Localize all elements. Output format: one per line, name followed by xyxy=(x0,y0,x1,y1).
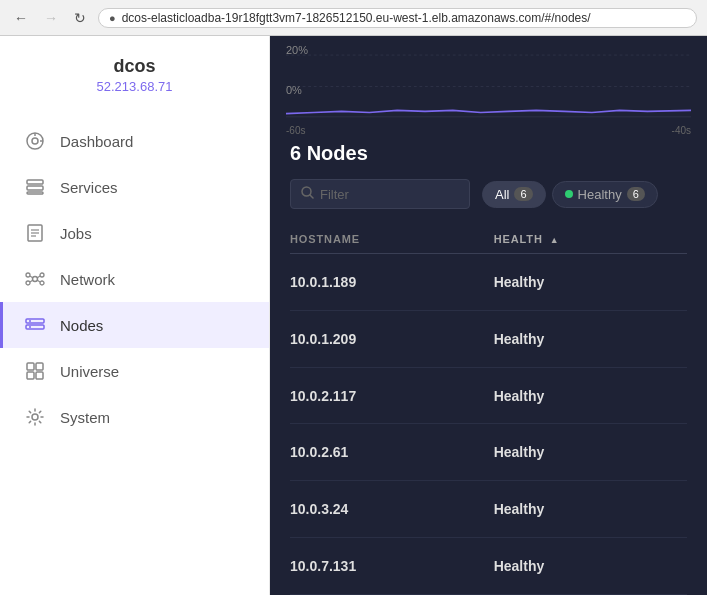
sidebar-nav: Dashboard Services xyxy=(0,118,269,440)
cell-health-5: Healthy xyxy=(494,538,687,595)
sidebar-item-dashboard-label: Dashboard xyxy=(60,133,133,150)
back-button[interactable]: ← xyxy=(10,8,32,28)
svg-point-1 xyxy=(32,138,38,144)
table-row[interactable]: 10.0.3.24 Healthy xyxy=(290,481,687,538)
tab-healthy[interactable]: Healthy 6 xyxy=(552,181,658,208)
app-layout: dcos 52.213.68.71 Dashboard xyxy=(0,36,707,595)
svg-line-19 xyxy=(37,280,40,282)
chart-area: 20% 0% -60s -40s xyxy=(270,36,707,126)
cell-health-1: Healthy xyxy=(494,310,687,367)
sidebar: dcos 52.213.68.71 Dashboard xyxy=(0,36,270,595)
svg-line-16 xyxy=(30,276,33,278)
svg-line-18 xyxy=(30,280,33,282)
svg-rect-27 xyxy=(36,372,43,379)
svg-point-13 xyxy=(40,273,44,277)
col-hostname: HOSTNAME xyxy=(290,225,494,254)
cell-health-3: Healthy xyxy=(494,424,687,481)
filter-input-wrap[interactable] xyxy=(290,179,470,209)
svg-rect-6 xyxy=(27,192,43,194)
cell-hostname-5: 10.0.7.131 xyxy=(290,538,494,595)
tab-healthy-badge: 6 xyxy=(627,187,645,201)
dashboard-icon xyxy=(24,130,46,152)
universe-icon xyxy=(24,360,46,382)
tab-all[interactable]: All 6 xyxy=(482,181,546,208)
sidebar-item-nodes[interactable]: Nodes xyxy=(0,302,269,348)
chart-label-20: 20% xyxy=(286,44,308,56)
cell-hostname-1: 10.0.1.209 xyxy=(290,310,494,367)
healthy-dot xyxy=(565,190,573,198)
svg-point-11 xyxy=(33,277,38,282)
svg-line-33 xyxy=(310,195,313,198)
svg-point-12 xyxy=(26,273,30,277)
tab-all-label: All xyxy=(495,187,509,202)
system-icon xyxy=(24,406,46,428)
reload-button[interactable]: ↻ xyxy=(70,8,90,28)
browser-chrome: ← → ↻ ● dcos-elasticloadba-19r18fgtt3vm7… xyxy=(0,0,707,36)
jobs-icon xyxy=(24,222,46,244)
sort-arrow: ▲ xyxy=(550,235,560,245)
sidebar-item-network[interactable]: Network xyxy=(0,256,269,302)
tab-healthy-label: Healthy xyxy=(578,187,622,202)
svg-rect-25 xyxy=(36,363,43,370)
svg-rect-21 xyxy=(26,325,44,329)
svg-point-28 xyxy=(32,414,38,420)
nodes-icon xyxy=(24,314,46,336)
svg-rect-24 xyxy=(27,363,34,370)
chart-label-0: 0% xyxy=(286,84,302,96)
sidebar-item-system-label: System xyxy=(60,409,110,426)
cell-hostname-3: 10.0.2.61 xyxy=(290,424,494,481)
svg-line-17 xyxy=(37,276,40,278)
svg-rect-20 xyxy=(26,319,44,323)
chart-x-label-60: -60s xyxy=(286,125,305,136)
table-row[interactable]: 10.0.7.131 Healthy xyxy=(290,538,687,595)
sidebar-item-dashboard[interactable]: Dashboard xyxy=(0,118,269,164)
lock-icon: ● xyxy=(109,12,116,24)
sidebar-subtitle: 52.213.68.71 xyxy=(20,79,249,94)
chart-xaxis: -60s -40s xyxy=(286,125,691,136)
cell-hostname-0: 10.0.1.189 xyxy=(290,254,494,311)
nodes-section: 6 Nodes All 6 xyxy=(270,126,707,595)
main-content: 20% 0% -60s -40s 6 Nodes xyxy=(270,36,707,595)
search-icon xyxy=(301,185,314,203)
table-row[interactable]: 10.0.2.117 Healthy xyxy=(290,367,687,424)
sidebar-item-jobs-label: Jobs xyxy=(60,225,92,242)
chart-x-label-40: -40s xyxy=(672,125,691,136)
cell-health-4: Healthy xyxy=(494,481,687,538)
sidebar-header: dcos 52.213.68.71 xyxy=(0,56,269,118)
sidebar-item-nodes-label: Nodes xyxy=(60,317,103,334)
svg-rect-4 xyxy=(27,180,43,184)
table-body: 10.0.1.189 Healthy 10.0.1.209 Healthy 10… xyxy=(290,254,687,595)
sidebar-item-universe[interactable]: Universe xyxy=(0,348,269,394)
sidebar-item-system[interactable]: System xyxy=(0,394,269,440)
network-icon xyxy=(24,268,46,290)
address-bar[interactable]: ● dcos-elasticloadba-19r18fgtt3vm7-18265… xyxy=(98,8,697,28)
table-header: HOSTNAME HEALTH ▲ xyxy=(290,225,687,254)
svg-rect-5 xyxy=(27,186,43,190)
table-row[interactable]: 10.0.1.209 Healthy xyxy=(290,310,687,367)
filter-row: All 6 Healthy 6 xyxy=(290,179,687,209)
url-text: dcos-elasticloadba-19r18fgtt3vm7-1826512… xyxy=(122,11,591,25)
sidebar-title: dcos xyxy=(20,56,249,77)
chart-svg xyxy=(286,54,691,119)
sidebar-item-services[interactable]: Services xyxy=(0,164,269,210)
sidebar-item-network-label: Network xyxy=(60,271,115,288)
nodes-table: HOSTNAME HEALTH ▲ 10.0.1.189 Healthy 10.… xyxy=(290,225,687,595)
forward-button[interactable]: → xyxy=(40,8,62,28)
sidebar-item-jobs[interactable]: Jobs xyxy=(0,210,269,256)
tab-all-badge: 6 xyxy=(514,187,532,201)
sidebar-item-universe-label: Universe xyxy=(60,363,119,380)
table-row[interactable]: 10.0.1.189 Healthy xyxy=(290,254,687,311)
nodes-title: 6 Nodes xyxy=(290,142,687,165)
tab-group: All 6 Healthy 6 xyxy=(482,181,658,208)
svg-rect-26 xyxy=(27,372,34,379)
filter-input[interactable] xyxy=(320,187,459,202)
cell-health-2: Healthy xyxy=(494,367,687,424)
col-health[interactable]: HEALTH ▲ xyxy=(494,225,687,254)
services-icon xyxy=(24,176,46,198)
cell-health-0: Healthy xyxy=(494,254,687,311)
svg-point-14 xyxy=(26,281,30,285)
cell-hostname-2: 10.0.2.117 xyxy=(290,367,494,424)
sidebar-item-services-label: Services xyxy=(60,179,118,196)
svg-point-15 xyxy=(40,281,44,285)
table-row[interactable]: 10.0.2.61 Healthy xyxy=(290,424,687,481)
